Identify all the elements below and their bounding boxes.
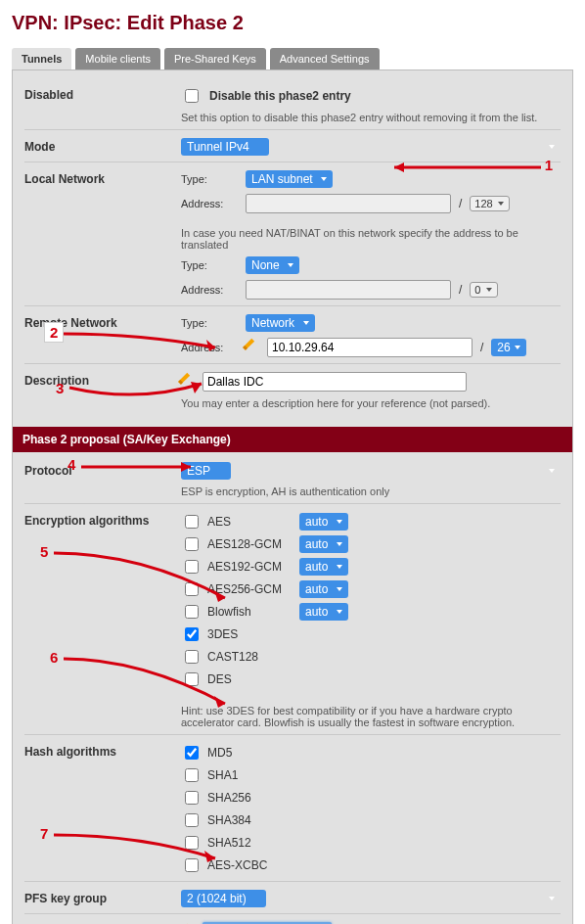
enc-checkbox-aes[interactable] [185, 515, 199, 529]
hash-label: MD5 [207, 746, 232, 760]
nat-cidr-select[interactable]: 0 [470, 282, 498, 298]
nat-type-sublabel: Type: [181, 259, 238, 271]
local-cidr-select[interactable]: 128 [470, 196, 510, 211]
annotation-7: 7 [40, 825, 48, 842]
local-nat-hint: In case you need NAT/BINAT on this netwo… [181, 227, 561, 251]
enc-keysize-select[interactable]: auto [299, 558, 348, 576]
enc-label: 3DES [207, 627, 293, 641]
local-address-input[interactable] [246, 194, 451, 213]
hash-label: SHA384 [207, 813, 251, 827]
page-title: VPN: IPsec: Edit Phase 2 [12, 12, 573, 34]
enc-keysize-select[interactable]: auto [299, 603, 348, 621]
encryption-hint: Hint: use 3DES for best compatibility or… [181, 705, 561, 728]
hash-checkbox-md5[interactable] [185, 746, 199, 760]
local-addr-sublabel: Address: [181, 198, 238, 209]
nat-addr-sublabel: Address: [181, 284, 238, 296]
disabled-label: Disabled [24, 86, 181, 102]
disabled-checkbox[interactable] [185, 89, 199, 103]
pfs-select[interactable]: 2 (1024 bit) [181, 890, 266, 907]
local-network-label: Local Network [24, 170, 181, 186]
annotation-4: 4 [68, 456, 75, 473]
mode-label: Mode [24, 138, 181, 154]
tab-pre-shared-keys[interactable]: Pre-Shared Keys [164, 48, 266, 69]
pencil-icon [243, 338, 262, 357]
enc-checkbox-3des[interactable] [185, 627, 199, 641]
annotation-5: 5 [40, 543, 48, 560]
remote-address-input[interactable] [267, 338, 472, 357]
remote-type-sublabel: Type: [181, 317, 238, 329]
description-input[interactable] [202, 372, 467, 392]
hash-label: SHA256 [207, 791, 251, 805]
enc-label: AES [207, 515, 293, 529]
nat-type-select[interactable]: None [246, 256, 299, 274]
hash-checkbox-sha384[interactable] [185, 813, 199, 827]
remote-cidr-select[interactable]: 26 [491, 339, 526, 356]
tab-bar: Tunnels Mobile clients Pre-Shared Keys A… [12, 48, 573, 69]
encryption-label: Encryption algorithms [24, 512, 181, 528]
annotation-3: 3 [56, 380, 64, 396]
description-help: You may enter a description here for you… [181, 397, 561, 409]
pfs-label: PFS key group [24, 890, 181, 905]
enc-keysize-select[interactable]: auto [299, 535, 348, 553]
annotation-1: 1 [394, 161, 551, 177]
enc-keysize-select[interactable]: auto [299, 580, 348, 598]
disabled-checkbox-label: Disable this phase2 entry [209, 89, 351, 103]
tab-mobile-clients[interactable]: Mobile clients [75, 48, 160, 69]
annotation-6: 6 [50, 649, 58, 666]
svg-marker-1 [394, 162, 404, 172]
mode-select[interactable]: Tunnel IPv4 [181, 138, 269, 156]
svg-marker-5 [181, 462, 191, 472]
tab-advanced-settings[interactable]: Advanced Settings [270, 48, 380, 69]
form-panel: Disabled Disable this phase2 entry Set t… [12, 69, 573, 924]
hash-checkbox-sha1[interactable] [185, 768, 199, 782]
enc-keysize-select[interactable]: auto [299, 513, 348, 531]
protocol-help: ESP is encryption, AH is authentication … [181, 485, 561, 497]
remote-type-select[interactable]: Network [246, 314, 315, 332]
tab-tunnels[interactable]: Tunnels [12, 48, 71, 69]
annotation-2: 2 [44, 324, 64, 341]
local-type-select[interactable]: LAN subnet [246, 170, 333, 188]
disabled-help: Set this option to disable this phase2 e… [181, 112, 561, 123]
local-type-sublabel: Type: [181, 173, 238, 185]
hash-label: SHA1 [207, 768, 238, 782]
hash-checkbox-sha256[interactable] [185, 791, 199, 805]
nat-address-input[interactable] [246, 280, 451, 300]
phase2-section-bar: Phase 2 proposal (SA/Key Exchange) [13, 427, 572, 452]
hash-label: Hash algorithms [24, 743, 181, 759]
